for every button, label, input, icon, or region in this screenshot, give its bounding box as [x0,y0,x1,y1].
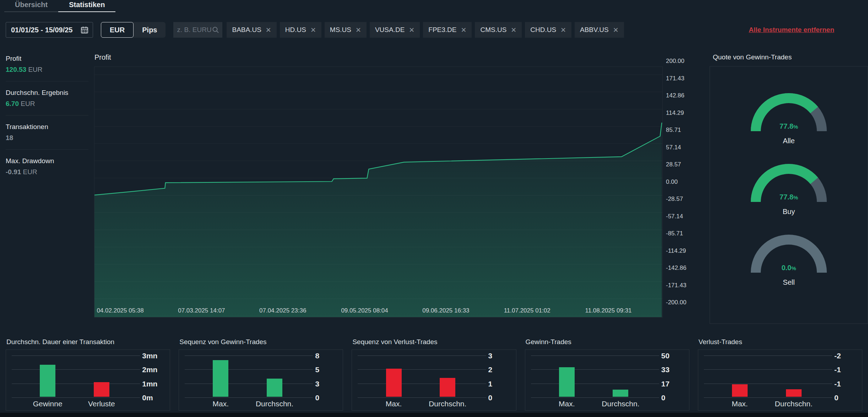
instrument-chip-label: HD.US [285,26,306,34]
mini-tick-label: 0 [488,394,512,402]
mini-chart: Verlust-Trades -2-1-10Max.Durchschn. [698,338,862,411]
toggle-eur-button[interactable]: EUR [101,22,134,38]
instrument-chip-label: MS.US [330,26,351,34]
stat-label: Max. Drawdown [6,157,94,165]
mini-tick-label: 17 [661,380,685,388]
instrument-chip[interactable]: CMS.US ✕ [475,22,522,38]
mini-tick-label: 50 [661,352,685,360]
tab-uebersicht[interactable]: Übersicht [4,0,58,12]
tab-statistiken[interactable]: Statistiken [58,0,115,12]
mini-chart-plot[interactable]: 3mn2mn1mn0mGewinneVerluste [6,349,170,411]
y-axis-tick-label: 200.00 [666,58,684,65]
chip-close-icon[interactable]: ✕ [613,26,619,34]
currency-pips-toggle: EUR Pips [101,22,166,38]
stat-item: Max. Drawdown -0.91 EUR [6,157,94,176]
gauge-value: 0.0% [746,264,831,272]
instrument-chip[interactable]: HD.US ✕ [280,22,321,38]
chip-close-icon[interactable]: ✕ [409,26,414,34]
instrument-chip-label: VUSA.DE [375,26,405,34]
chip-close-icon[interactable]: ✕ [356,26,361,34]
stat-value: 18 [6,134,94,142]
mini-chart-plot[interactable]: 5033170Max.Durchschn. [525,349,689,411]
y-axis-tick-label: -114.29 [666,247,686,255]
mini-tick-label: 33 [661,365,685,374]
instrument-chip[interactable]: BABA.US ✕ [227,22,276,38]
mini-bar-durchschn[interactable] [440,378,455,397]
mini-bar-durchschn[interactable] [267,379,282,397]
mini-gridline [531,397,659,398]
mini-bar-max[interactable] [213,360,228,397]
mini-tick-label: 3 [488,352,512,360]
stat-value: 6.70 EUR [6,100,94,108]
mini-bar-label: Durchschn. [588,400,652,408]
chip-close-icon[interactable]: ✕ [266,26,271,34]
y-axis-tick-label: -85.71 [666,230,683,237]
mini-chart-title: Sequenz von Gewinn-Trades [179,338,343,346]
mini-chart-title: Verlust-Trades [699,338,862,346]
mini-gridline [531,369,659,370]
stat-divider [6,81,88,81]
mini-bar-verluste[interactable] [94,382,109,397]
stat-item: Profit 120.53 EUR [6,55,94,74]
mini-bar-gewinne[interactable] [40,365,55,397]
x-axis-tick-label: 04.02.2025 05:38 [97,307,143,314]
gauge-label: Buy [746,208,831,216]
x-axis-tick-label: 07.03.2025 14:07 [178,307,225,314]
mini-gridline [12,397,140,398]
mini-tick-label: 8 [315,352,339,360]
y-axis-tick-label: -171.43 [666,282,687,289]
mini-gridline [531,384,659,384]
mini-tick-label: 3mn [142,352,166,360]
mini-bar-durchschn[interactable] [786,389,802,397]
mini-bar-durchschn[interactable] [613,390,628,397]
mini-gridline [358,369,486,370]
mini-chart-plot[interactable]: 8530Max.Durchschn. [179,349,343,411]
stat-label: Profit [6,55,94,63]
horizontal-scrollbar[interactable] [0,413,868,417]
toggle-pips-button[interactable]: Pips [134,22,166,38]
remove-all-instruments-link[interactable]: Alle Instrumente entfernen [749,26,834,34]
instrument-chip[interactable]: FPE3.DE ✕ [423,22,472,38]
instrument-chip[interactable]: MS.US ✕ [325,22,367,38]
mini-gridline [531,355,659,356]
mini-bar-label: Durchschn. [243,400,306,408]
mini-gridline [185,355,313,356]
mini-tick-label: 3 [315,380,339,388]
mini-chart-plot[interactable]: -2-1-10Max.Durchschn. [698,349,862,411]
mini-gridline [185,369,313,370]
chip-close-icon[interactable]: ✕ [461,26,466,34]
instrument-chip-list: BABA.US ✕ HD.US ✕ MS.US ✕ VUSA.DE ✕ FPE3… [227,22,624,38]
win-rate-title: Quote von Gewinn-Trades [713,53,868,61]
mini-bar-max[interactable] [386,369,402,397]
instrument-chip[interactable]: ABBV.US ✕ [575,22,624,38]
stats-sidebar: Profit 120.53 EUR Durchschn. Ergebnis 6.… [0,53,94,324]
y-axis-tick-label: 114.29 [666,109,684,117]
mini-chart-title: Durchschn. Dauer einer Transaktion [6,338,170,346]
mini-gridline [185,397,313,398]
date-range-picker[interactable]: 01/01/25 - 15/09/25 [6,22,93,38]
stat-value: 120.53 EUR [6,66,94,74]
mini-tick-label: 0 [661,394,685,402]
instrument-search-input[interactable]: z. B. EURUSD [173,22,222,38]
mini-bar-max[interactable] [732,384,748,397]
chip-close-icon[interactable]: ✕ [511,26,516,34]
instrument-chip[interactable]: VUSA.DE ✕ [370,22,420,38]
stat-item: Transaktionen 18 [6,123,94,142]
chip-close-icon[interactable]: ✕ [310,26,316,34]
stat-label: Durchschn. Ergebnis [6,89,94,97]
instrument-chip[interactable]: CHD.US ✕ [525,22,571,38]
gauge-label: Alle [746,137,831,145]
mini-bar-max[interactable] [559,367,575,397]
chip-close-icon[interactable]: ✕ [560,26,566,34]
profit-chart-section: Profit 200.00171.43142.86114.2985.7157.1… [94,53,700,324]
y-axis-tick-label: 171.43 [666,75,684,82]
y-axis-tick-label: 28.57 [666,161,681,168]
profit-area-chart[interactable] [94,66,663,317]
mini-tick-label: 0m [142,394,166,402]
y-axis-tick-label: 0.00 [666,178,678,186]
mini-chart-plot[interactable]: 3210Max.Durchschn. [352,349,516,411]
mini-bar-label: Verluste [70,400,134,408]
profit-curve-svg [94,67,662,317]
y-axis-tick-label: -142.86 [666,264,687,272]
instrument-chip-label: CMS.US [480,26,506,34]
